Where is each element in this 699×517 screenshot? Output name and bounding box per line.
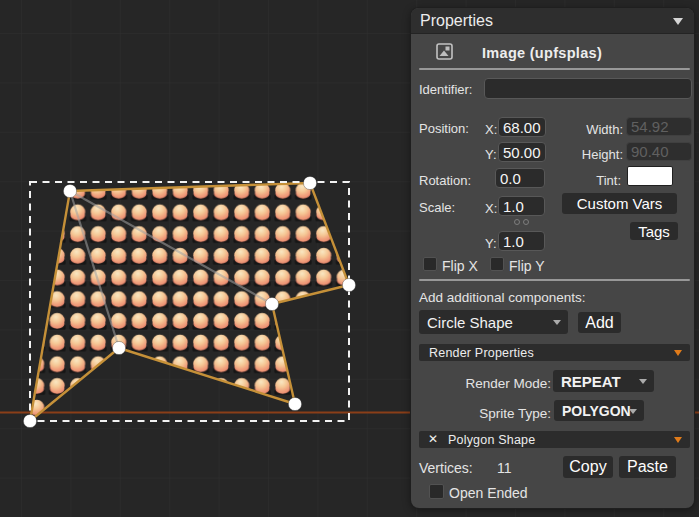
chevron-down-icon: [639, 379, 647, 384]
vertex-handle[interactable]: [23, 414, 36, 427]
position-x-label: X:: [485, 122, 497, 137]
tags-button[interactable]: Tags: [630, 222, 678, 240]
polygon-shape-section-header[interactable]: ✕ Polygon Shape: [419, 431, 690, 448]
add-components-label: Add additional components:: [419, 290, 586, 305]
vertex-handle[interactable]: [288, 397, 301, 410]
vertex-handle[interactable]: [265, 297, 278, 310]
scale-label: Scale:: [419, 200, 455, 215]
custom-vars-button[interactable]: Custom Vars: [562, 193, 677, 214]
divider: [419, 68, 690, 70]
editor-root: Properties Image (upfsplas) Identifier: …: [0, 0, 699, 517]
render-mode-dropdown[interactable]: REPEAT: [553, 370, 654, 392]
tint-label: Tint:: [571, 173, 621, 188]
tint-swatch[interactable]: [627, 166, 673, 186]
render-properties-section-header[interactable]: Render Properties: [419, 344, 690, 361]
scale-link-icon[interactable]: [514, 219, 529, 225]
scale-x-label: X:: [485, 201, 497, 216]
render-mode-label: Render Mode:: [451, 376, 551, 391]
chevron-down-icon: [553, 320, 561, 325]
flip-x-checkbox[interactable]: [423, 257, 437, 271]
paste-button[interactable]: Paste: [619, 456, 676, 478]
rotation-input[interactable]: [495, 168, 545, 188]
panel-header[interactable]: Properties: [411, 8, 694, 34]
width-input: [626, 117, 692, 136]
remove-component-icon[interactable]: ✕: [428, 432, 438, 446]
vertex-handle[interactable]: [63, 184, 76, 197]
position-y-input[interactable]: [498, 142, 546, 162]
flip-y-checkbox[interactable]: [490, 257, 504, 271]
open-ended-checkbox[interactable]: [429, 484, 444, 499]
add-component-button[interactable]: Add: [578, 312, 621, 333]
scale-x-input[interactable]: [498, 196, 545, 216]
vertices-count: 11: [497, 460, 512, 476]
scale-y-input[interactable]: [498, 231, 545, 251]
vertices-label: Vertices:: [419, 460, 473, 476]
height-label: Height:: [559, 147, 623, 162]
position-y-label: Y:: [485, 147, 497, 162]
flip-y-label: Flip Y: [509, 258, 545, 274]
vertex-handle[interactable]: [112, 341, 125, 354]
copy-button[interactable]: Copy: [563, 456, 613, 478]
identifier-input[interactable]: [484, 78, 692, 99]
flip-x-label: Flip X: [442, 258, 478, 274]
sprite-type-dropdown[interactable]: POLYGON: [554, 400, 644, 421]
divider: [419, 279, 690, 281]
panel-title: Properties: [420, 12, 493, 30]
object-type-label: Image (upfsplas): [482, 45, 602, 61]
open-ended-label: Open Ended: [449, 485, 528, 501]
component-select-dropdown[interactable]: Circle Shape: [419, 310, 568, 334]
properties-panel: Properties Image (upfsplas) Identifier: …: [411, 8, 694, 508]
scale-y-label: Y:: [485, 236, 497, 251]
sprite-type-label: Sprite Type:: [451, 406, 551, 421]
vertex-handle[interactable]: [342, 278, 355, 291]
image-icon: [436, 43, 453, 60]
section-expanded-icon[interactable]: [674, 437, 682, 443]
section-expanded-icon[interactable]: [674, 350, 682, 356]
identifier-label: Identifier:: [419, 82, 472, 97]
position-x-input[interactable]: [498, 117, 546, 137]
panel-collapse-icon[interactable]: [673, 18, 683, 25]
position-label: Position:: [419, 121, 469, 136]
rotation-label: Rotation:: [419, 173, 471, 188]
height-input: [626, 142, 692, 161]
width-label: Width:: [559, 122, 623, 137]
vertex-handle[interactable]: [303, 176, 316, 189]
chevron-down-icon: [629, 409, 637, 414]
